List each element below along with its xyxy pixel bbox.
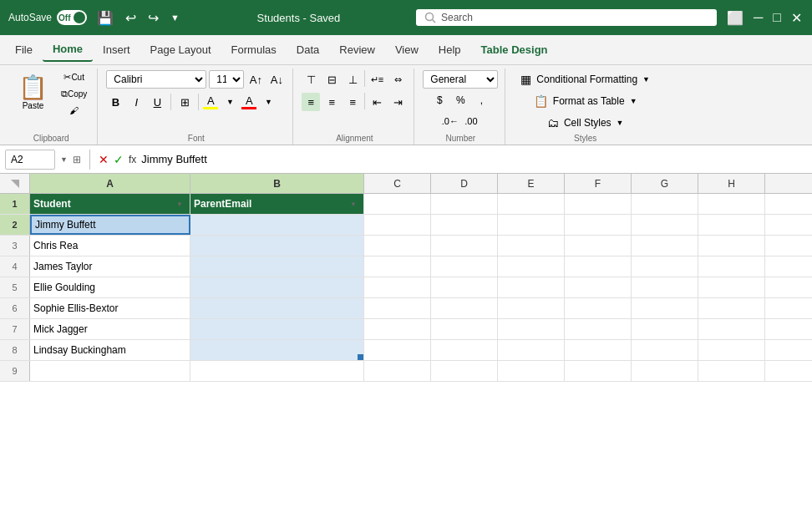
cell-b1[interactable]: ParentEmail ▼	[190, 194, 364, 214]
col-header-h[interactable]: H	[698, 174, 765, 193]
increase-font-button[interactable]: A↑	[246, 70, 265, 89]
row-num-1[interactable]: 1	[0, 194, 30, 214]
cell-d8[interactable]	[431, 340, 498, 360]
col-header-d[interactable]: D	[431, 174, 498, 193]
ribbon-display-icon[interactable]: ⬜	[725, 8, 745, 28]
row-num-4[interactable]: 4	[0, 256, 30, 277]
formula-input[interactable]	[141, 150, 807, 170]
cell-g5[interactable]	[632, 277, 698, 297]
cell-c8[interactable]	[364, 340, 431, 360]
comma-button[interactable]: ,	[472, 91, 490, 109]
search-box[interactable]: Search	[416, 9, 717, 26]
cell-d5[interactable]	[431, 277, 498, 297]
undo-icon[interactable]: ↩	[124, 8, 138, 28]
cell-h8[interactable]	[698, 340, 765, 360]
cell-a3[interactable]: Chris Rea	[30, 236, 190, 256]
col-header-b[interactable]: B	[190, 174, 364, 193]
decrease-decimal-button[interactable]: .0←	[441, 112, 459, 130]
close-icon[interactable]: ✕	[789, 8, 804, 28]
select-all-icon[interactable]	[11, 180, 19, 188]
cell-ref-dropdown[interactable]: ▼	[60, 155, 68, 164]
row-num-3[interactable]: 3	[0, 236, 30, 256]
conditional-formatting-button[interactable]: ▦ Conditional Formatting ▼	[514, 70, 657, 89]
selection-handle[interactable]	[358, 354, 363, 360]
cell-g7[interactable]	[632, 319, 698, 339]
minimize-icon[interactable]: ─	[752, 8, 764, 27]
cell-a9[interactable]	[30, 361, 190, 381]
cell-a7[interactable]: Mick Jagger	[30, 319, 190, 339]
menu-home[interactable]: Home	[43, 38, 93, 62]
col-header-c[interactable]: C	[364, 174, 431, 193]
underline-button[interactable]: U	[148, 93, 166, 111]
cell-a6[interactable]: Sophie Ellis-Bextor	[30, 298, 190, 318]
col-header-g[interactable]: G	[632, 174, 698, 193]
align-center-button[interactable]: ≡	[322, 93, 341, 111]
number-format-selector[interactable]: General	[423, 70, 498, 89]
font-size-selector[interactable]: 11	[209, 70, 244, 89]
cell-e1[interactable]	[498, 194, 565, 214]
menu-file[interactable]: File	[5, 38, 43, 61]
cell-c5[interactable]	[364, 277, 431, 297]
autosave-toggle[interactable]: Off	[57, 10, 87, 25]
align-top-button[interactable]: ⊤	[302, 70, 320, 89]
decrease-font-button[interactable]: A↓	[267, 70, 286, 89]
row-num-6[interactable]: 6	[0, 298, 30, 318]
student-dropdown-arrow[interactable]: ▼	[173, 197, 186, 211]
copy-button[interactable]: ⧉ Copy	[58, 87, 90, 101]
maximize-icon[interactable]: □	[771, 8, 783, 27]
cell-g1[interactable]	[632, 194, 698, 214]
cell-e8[interactable]	[498, 340, 565, 360]
cell-h5[interactable]	[698, 277, 765, 297]
cell-reference-input[interactable]: A2	[5, 150, 55, 170]
cell-h9[interactable]	[698, 361, 765, 381]
cell-g9[interactable]	[632, 361, 698, 381]
merge-center-button[interactable]: ⇔	[388, 70, 407, 89]
cell-h6[interactable]	[698, 298, 765, 318]
menu-view[interactable]: View	[385, 38, 429, 61]
cell-a4[interactable]: James Taylor	[30, 256, 190, 277]
parentemail-dropdown-arrow[interactable]: ▼	[347, 197, 360, 211]
align-left-button[interactable]: ≡	[302, 93, 320, 111]
cell-h2[interactable]	[698, 215, 765, 235]
cut-button[interactable]: ✂ Cut	[58, 70, 90, 84]
cell-d9[interactable]	[431, 361, 498, 381]
cell-b9[interactable]	[190, 361, 364, 381]
currency-button[interactable]: $	[430, 91, 449, 109]
cell-a2[interactable]: Jimmy Buffett	[30, 215, 190, 235]
cell-d1[interactable]	[431, 194, 498, 214]
cell-b7[interactable]	[190, 319, 364, 339]
cell-d3[interactable]	[431, 236, 498, 256]
cell-h7[interactable]	[698, 319, 765, 339]
cell-e4[interactable]	[498, 256, 565, 277]
cell-f4[interactable]	[565, 256, 632, 277]
cell-h4[interactable]	[698, 256, 765, 277]
col-header-e[interactable]: E	[498, 174, 565, 193]
align-bottom-button[interactable]: ⊥	[343, 70, 362, 89]
cell-f1[interactable]	[565, 194, 632, 214]
menu-help[interactable]: Help	[429, 38, 471, 61]
cell-f2[interactable]	[565, 215, 632, 235]
fill-color-button[interactable]: A	[203, 94, 218, 109]
cell-f7[interactable]	[565, 319, 632, 339]
wrap-text-button[interactable]: ↵≡	[368, 70, 386, 89]
cancel-formula-icon[interactable]: ✕	[99, 153, 109, 166]
menu-page-layout[interactable]: Page Layout	[140, 38, 221, 61]
cell-g2[interactable]	[632, 215, 698, 235]
font-color-dropdown[interactable]: ▼	[259, 93, 277, 111]
cell-b6[interactable]	[190, 298, 364, 318]
confirm-formula-icon[interactable]: ✓	[114, 153, 124, 166]
align-middle-button[interactable]: ⊟	[322, 70, 341, 89]
paste-button[interactable]: 📋 Paste	[12, 70, 54, 114]
format-painter-button[interactable]: 🖌	[58, 104, 90, 117]
cell-c3[interactable]	[364, 236, 431, 256]
save-icon[interactable]: 💾	[95, 8, 115, 28]
menu-review[interactable]: Review	[329, 38, 385, 61]
cell-a5[interactable]: Ellie Goulding	[30, 277, 190, 297]
cell-styles-button[interactable]: 🗂 Cell Styles ▼	[540, 114, 631, 132]
cell-e7[interactable]	[498, 319, 565, 339]
cell-e5[interactable]	[498, 277, 565, 297]
italic-button[interactable]: I	[127, 93, 145, 111]
cell-a1[interactable]: Student ▼	[30, 194, 190, 214]
col-header-f[interactable]: F	[565, 174, 632, 193]
cell-d2[interactable]	[431, 215, 498, 235]
